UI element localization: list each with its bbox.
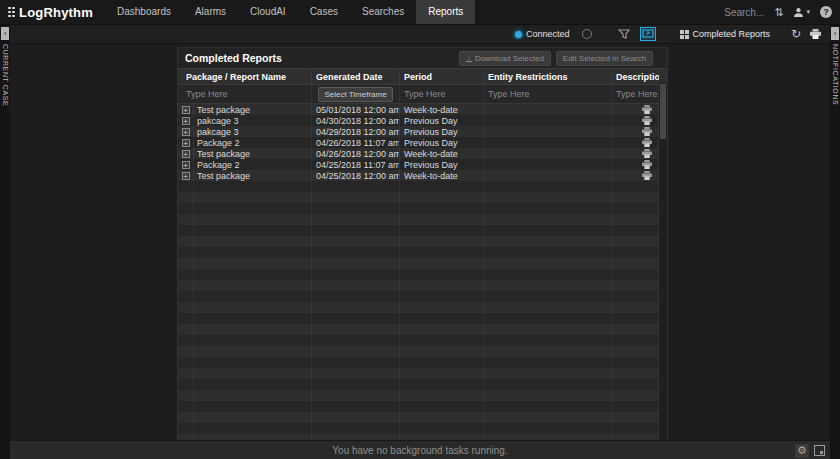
tab-reports[interactable]: Reports	[416, 0, 475, 24]
filter-description-input[interactable]: Type Here	[616, 89, 658, 99]
expander-cell: +	[178, 104, 194, 115]
entity-restrictions-cell	[484, 115, 612, 126]
expand-row-icon[interactable]: +	[182, 161, 190, 169]
status-ring-icon[interactable]	[582, 29, 592, 39]
filter-name-input[interactable]: Type Here	[186, 89, 228, 99]
empty-row	[178, 291, 667, 302]
print-view-icon[interactable]	[810, 29, 821, 39]
refresh-icon[interactable]: ↻	[791, 28, 801, 40]
report-row[interactable]: +Test package04/26/2018 12:00 amWeek-to-…	[178, 148, 667, 159]
empty-row	[178, 236, 667, 247]
expander-cell: +	[178, 159, 194, 170]
report-name-cell: Test package	[194, 148, 312, 159]
generated-date-cell: 04/26/2018 12:00 am	[312, 148, 400, 159]
generated-date-cell: 04/30/2018 12:00 am	[312, 115, 400, 126]
connected-dot-icon	[515, 31, 522, 38]
edit-selected-in-search-button[interactable]: Edit Selected in Search	[556, 51, 653, 66]
tab-cloudai[interactable]: CloudAI	[238, 0, 298, 24]
column-header-period[interactable]: Period	[400, 69, 484, 84]
expand-notifications-icon[interactable]: ‹	[831, 27, 839, 40]
description-cell	[612, 148, 659, 159]
report-rows: +Test package05/01/2018 12:00 amWeek-to-…	[178, 104, 667, 440]
empty-row	[178, 225, 667, 236]
help-icon[interactable]: ?	[820, 6, 832, 18]
view-label-text: Completed Reports	[693, 29, 771, 39]
topbar-right-controls: Search... ⇅ ▾ ?	[724, 6, 840, 18]
filter-row: Type Here Select Timeframe Type Here Typ…	[178, 85, 667, 104]
expand-row-icon[interactable]: +	[182, 139, 190, 147]
user-menu-icon[interactable]: ▾	[793, 7, 810, 18]
download-selected-button[interactable]: ↓ Download Selected	[459, 51, 551, 66]
edit-selected-label: Edit Selected in Search	[563, 54, 646, 63]
expander-cell: +	[178, 126, 194, 137]
panel-header: Completed Reports ↓ Download Selected Ed…	[178, 48, 667, 68]
filter-period-input[interactable]: Type Here	[404, 89, 446, 99]
column-header-package-report-name[interactable]: Package / Report Name	[178, 69, 312, 84]
tab-alarms[interactable]: Alarms	[183, 0, 238, 24]
filter-columns-icon[interactable]	[618, 29, 630, 39]
print-report-icon[interactable]	[642, 105, 652, 114]
entity-restrictions-cell	[484, 104, 612, 115]
report-row[interactable]: +Package 204/25/2018 11:07 amPrevious Da…	[178, 159, 667, 170]
description-cell	[612, 115, 659, 126]
empty-row	[178, 401, 667, 412]
report-name-cell: pakcage 3	[194, 115, 312, 126]
tab-cases[interactable]: Cases	[298, 0, 350, 24]
print-report-icon[interactable]	[642, 138, 652, 147]
current-case-label: CURRENT CASE	[2, 44, 9, 106]
completed-reports-view[interactable]: Completed Reports	[680, 29, 771, 39]
column-header-description[interactable]: Description	[612, 69, 659, 84]
print-report-icon[interactable]	[642, 160, 652, 169]
print-report-icon[interactable]	[642, 171, 652, 180]
notifications-rail[interactable]: ‹ NOTIFICATIONS	[830, 25, 840, 459]
empty-row	[178, 346, 667, 357]
empty-row	[178, 390, 667, 401]
person-icon	[793, 7, 804, 18]
logrhythm-logo[interactable]: LogRhythm	[0, 5, 99, 20]
background-tasks-message: You have no background tasks running.	[332, 445, 507, 456]
current-case-rail[interactable]: ‹ CURRENT CASE	[0, 25, 10, 459]
body-row: ‹ CURRENT CASE Connected	[0, 25, 840, 459]
expand-row-icon[interactable]: +	[182, 117, 190, 125]
report-row[interactable]: +Test package04/25/2018 12:00 amWeek-to-…	[178, 170, 667, 181]
top-nav-bar: LogRhythm Dashboards Alarms CloudAI Case…	[0, 0, 840, 25]
period-cell: Week-to-date	[400, 148, 484, 159]
column-header-entity-restrictions[interactable]: Entity Restrictions	[484, 69, 612, 84]
report-row[interactable]: +pakcage 304/30/2018 12:00 amPrevious Da…	[178, 115, 667, 126]
download-selected-label: Download Selected	[475, 54, 544, 63]
expand-current-case-icon[interactable]: ‹	[1, 27, 9, 40]
select-timeframe-button[interactable]: Select Timeframe	[318, 87, 392, 102]
empty-row	[178, 357, 667, 368]
report-row[interactable]: +pakcage 304/29/2018 12:00 amPrevious Da…	[178, 126, 667, 137]
expander-cell: +	[178, 148, 194, 159]
report-name-cell: Test package	[194, 170, 312, 181]
expand-row-icon[interactable]: +	[182, 150, 190, 158]
page-title: Completed Reports	[185, 52, 282, 64]
dock-window-icon[interactable]	[814, 445, 825, 456]
description-cell	[612, 126, 659, 137]
tab-searches[interactable]: Searches	[350, 0, 416, 24]
report-row[interactable]: +Package 204/26/2018 11:07 amPrevious Da…	[178, 137, 667, 148]
expand-row-icon[interactable]: +	[182, 106, 190, 114]
empty-row	[178, 247, 667, 258]
table-scrollbar[interactable]	[658, 83, 667, 440]
empty-row	[178, 181, 667, 192]
column-header-generated-date[interactable]: Generated Date	[312, 69, 400, 84]
description-cell	[612, 159, 659, 170]
print-report-icon[interactable]	[642, 116, 652, 125]
print-report-icon[interactable]	[642, 127, 652, 136]
expand-row-icon[interactable]: +	[182, 172, 190, 180]
tab-dashboards[interactable]: Dashboards	[105, 0, 183, 24]
settings-gear-button[interactable]: ⚙	[795, 444, 809, 458]
statusbar-icons: ⚙	[795, 441, 825, 459]
toolbar-right-icons: ↻	[791, 28, 830, 40]
filter-entity-input[interactable]: Type Here	[488, 89, 530, 99]
print-report-icon[interactable]	[642, 149, 652, 158]
sort-arrows-icon[interactable]: ⇅	[774, 7, 783, 18]
export-view-icon[interactable]	[640, 27, 656, 41]
connected-label: Connected	[526, 29, 570, 39]
scrollbar-thumb[interactable]	[660, 84, 666, 139]
report-row[interactable]: +Test package05/01/2018 12:00 amWeek-to-…	[178, 104, 667, 115]
search-input[interactable]: Search...	[724, 7, 764, 18]
expand-row-icon[interactable]: +	[182, 128, 190, 136]
